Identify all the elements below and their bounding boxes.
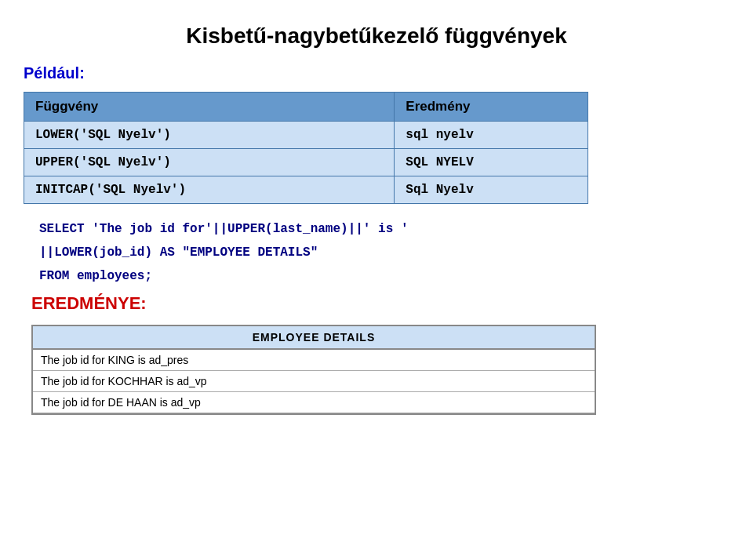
table-cell-result-3: Sql Nyelv xyxy=(395,176,588,204)
table-cell-result-1: sql nyelv xyxy=(395,122,588,149)
subtitle: Például: xyxy=(24,64,729,82)
result-row-1: The job id for KING is ad_pres xyxy=(33,349,595,371)
result-cell-2: The job id for KOCHHAR is ad_vp xyxy=(33,371,595,392)
result-table-wrapper: EMPLOYEE DETAILS The job id for KING is … xyxy=(31,325,596,415)
code-line-1: SELECT 'The job id for'||UPPER(last_name… xyxy=(39,220,729,238)
table-cell-function-1: LOWER('SQL Nyelv') xyxy=(24,122,395,149)
result-row-3: The job id for DE HAAN is ad_vp xyxy=(33,392,595,413)
table-header-function: Függvény xyxy=(24,93,395,122)
table-row: UPPER('SQL Nyelv') SQL NYELV xyxy=(24,149,588,176)
result-row-2: The job id for KOCHHAR is ad_vp xyxy=(33,371,595,392)
functions-table: Függvény Eredmény LOWER('SQL Nyelv') sql… xyxy=(24,92,588,204)
result-cell-3: The job id for DE HAAN is ad_vp xyxy=(33,392,595,413)
table-row: LOWER('SQL Nyelv') sql nyelv xyxy=(24,122,588,149)
table-cell-result-2: SQL NYELV xyxy=(395,149,588,176)
result-table-header: EMPLOYEE DETAILS xyxy=(33,326,595,349)
table-cell-function-2: UPPER('SQL Nyelv') xyxy=(24,149,395,176)
eredmenye-label: EREDMÉNYE: xyxy=(31,293,729,314)
table-row: INITCAP('SQL Nyelv') Sql Nyelv xyxy=(24,176,588,204)
code-section: SELECT 'The job id for'||UPPER(last_name… xyxy=(31,220,729,285)
table-header-result: Eredmény xyxy=(395,93,588,122)
result-cell-1: The job id for KING is ad_pres xyxy=(33,349,595,371)
result-table: EMPLOYEE DETAILS The job id for KING is … xyxy=(33,326,595,413)
table-cell-function-3: INITCAP('SQL Nyelv') xyxy=(24,176,395,204)
code-line-2: ||LOWER(job_id) AS "EMPLOYEE DETAILS" xyxy=(39,243,729,262)
page-title: Kisbetű-nagybetűkezelő függvények xyxy=(24,24,729,49)
code-line-3: FROM employees; xyxy=(39,267,729,285)
